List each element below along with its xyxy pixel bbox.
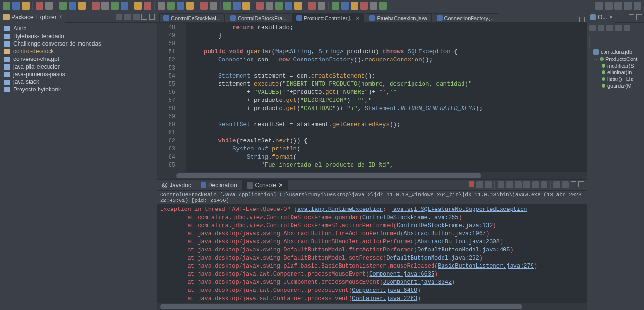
package-explorer-tab[interactable]: Package Explorer ✕: [0, 11, 65, 23]
toolbar-icon[interactable]: [285, 2, 292, 10]
outline-package[interactable]: com.alura.jdb: [589, 49, 642, 55]
console-output[interactable]: Exception in thread "AWT-EventQueue-0" j…: [157, 205, 587, 303]
toolbar-icon[interactable]: [121, 2, 128, 10]
outline-method[interactable]: eliminar(In: [589, 69, 642, 76]
editor-tab[interactable]: ControlDeStockFra...: [226, 13, 291, 22]
project-tree[interactable]: AluraBytebank-HeredadoChalllenge-convers…: [0, 23, 157, 310]
toolbar-icon[interactable]: [233, 2, 241, 10]
debug-perspective-icon[interactable]: [624, 2, 632, 10]
project-item[interactable]: Alura: [0, 25, 157, 32]
close-icon[interactable]: ✕: [356, 16, 360, 21]
maximize-icon[interactable]: [578, 181, 584, 187]
outline-tree[interactable]: com.alura.jdb ⌄ ProductoCont modificar(S…: [587, 47, 644, 310]
toolbar-icon[interactable]: [177, 2, 184, 10]
maximize-icon[interactable]: [636, 14, 642, 20]
toolbar-icon[interactable]: [200, 2, 208, 10]
code-editor[interactable]: 484950515253545556575859606162636465 ret…: [157, 23, 587, 172]
project-item[interactable]: java-primeros-pasos: [0, 70, 157, 78]
scroll-thumb[interactable]: [176, 173, 481, 178]
toolbar-icon[interactable]: [69, 2, 76, 10]
scroll-thumb[interactable]: [160, 304, 522, 309]
scroll-lock-icon[interactable]: [506, 181, 513, 188]
pin-icon[interactable]: [523, 181, 530, 188]
toolbar-icon[interactable]: [59, 2, 67, 10]
project-item[interactable]: Bytebank-Heredado: [0, 32, 157, 40]
toolbar-icon[interactable]: [275, 2, 283, 10]
toolbar-icon[interactable]: [318, 2, 325, 10]
outline-method[interactable]: guardar(M: [589, 82, 642, 89]
toolbar-icon[interactable]: [186, 2, 194, 10]
hide-static-icon[interactable]: [606, 25, 613, 31]
project-item[interactable]: conversor-chatgpt: [0, 55, 157, 63]
editor-tab[interactable]: ProductoController.j...✕: [292, 13, 364, 22]
hide-local-icon[interactable]: [624, 25, 630, 31]
outline-method[interactable]: listar() : Lis: [589, 76, 642, 82]
perspective-icon[interactable]: [605, 2, 613, 10]
expand-icon[interactable]: ⌄: [593, 56, 598, 62]
toolbar-icon[interactable]: [12, 2, 20, 10]
toolbar-icon[interactable]: [294, 2, 302, 10]
pin-view-icon[interactable]: [562, 181, 569, 188]
toolbar-icon[interactable]: [223, 2, 231, 10]
code-area[interactable]: return resultado; } public void guardar(…: [186, 23, 587, 172]
view-menu-icon[interactable]: [133, 14, 140, 20]
tab-javadoc[interactable]: @ Javadoc: [157, 180, 196, 191]
hide-nonpublic-icon[interactable]: [615, 25, 622, 31]
project-item[interactable]: Proyecto-bytebank: [0, 86, 157, 93]
terminate-icon[interactable]: [469, 181, 474, 187]
toolbar-icon[interactable]: [3, 2, 10, 10]
console-hscroll[interactable]: [157, 303, 587, 310]
display-icon[interactable]: [532, 181, 539, 188]
project-item[interactable]: java-stack: [0, 78, 157, 86]
toolbar-icon[interactable]: [308, 2, 316, 10]
toolbar-icon[interactable]: [370, 2, 377, 10]
editor-tab[interactable]: PruebaConexion.java: [365, 13, 431, 22]
search-icon[interactable]: [595, 2, 603, 10]
toolbar-icon[interactable]: [45, 2, 53, 10]
project-item[interactable]: Challlenge-conversor-de-monedas: [0, 40, 157, 48]
outline-tab[interactable]: O... ✕: [587, 11, 615, 23]
toolbar-icon[interactable]: [134, 2, 142, 10]
toolbar-icon[interactable]: [341, 2, 349, 10]
close-icon[interactable]: ✕: [609, 14, 613, 20]
toolbar-icon[interactable]: [210, 2, 217, 10]
tab-declaration[interactable]: Declaration: [196, 180, 242, 191]
toolbar-icon[interactable]: [92, 2, 100, 10]
toolbar-icon[interactable]: [266, 2, 273, 10]
remove-all-icon[interactable]: [485, 181, 492, 188]
maximize-icon[interactable]: [149, 14, 155, 20]
toolbar-icon[interactable]: [111, 2, 119, 10]
toolbar-icon[interactable]: [101, 2, 109, 10]
toolbar-icon[interactable]: [332, 2, 339, 10]
minimize-icon[interactable]: [629, 14, 634, 20]
toolbar-icon[interactable]: [379, 2, 387, 10]
toolbar-icon[interactable]: [144, 2, 151, 10]
outline-class[interactable]: ⌄ ProductoCont: [589, 55, 642, 62]
maximize-icon[interactable]: [579, 17, 585, 22]
toolbar-icon[interactable]: [256, 2, 264, 10]
java-perspective-icon[interactable]: [614, 2, 622, 10]
close-icon[interactable]: ✕: [59, 14, 62, 20]
tab-console[interactable]: Console ✕: [242, 180, 288, 191]
toolbar-icon[interactable]: [78, 2, 86, 10]
toolbar-icon[interactable]: [36, 2, 43, 10]
toolbar-icon[interactable]: [167, 2, 175, 10]
editor-hscroll[interactable]: [157, 172, 587, 179]
minimize-icon[interactable]: [141, 14, 147, 20]
toolbar-icon[interactable]: [351, 2, 358, 10]
collapse-all-icon[interactable]: [116, 14, 122, 20]
outline-method[interactable]: modificar(S: [589, 62, 642, 69]
new-console-icon[interactable]: [553, 181, 560, 188]
git-perspective-icon[interactable]: [634, 2, 641, 10]
sort-icon[interactable]: [589, 25, 596, 31]
toolbar-icon[interactable]: [22, 2, 30, 10]
open-console-icon[interactable]: [541, 181, 547, 188]
editor-tab[interactable]: ConnectionFactory.j...: [433, 13, 499, 22]
project-item[interactable]: control-de-stock: [0, 48, 157, 55]
minimize-icon[interactable]: [571, 181, 576, 187]
minimize-icon[interactable]: [572, 17, 577, 22]
toolbar-icon[interactable]: [158, 2, 165, 10]
remove-icon[interactable]: [476, 181, 483, 188]
clear-icon[interactable]: [498, 181, 504, 188]
project-item[interactable]: java-pila-ejecucion: [0, 63, 157, 70]
